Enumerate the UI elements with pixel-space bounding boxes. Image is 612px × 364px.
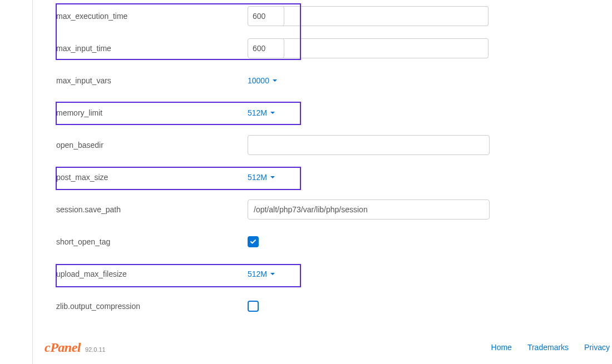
short-open-tag-checkbox[interactable] — [248, 236, 259, 247]
max-execution-time-input[interactable] — [248, 6, 284, 26]
setting-label: post_max_size — [45, 173, 248, 182]
input-extension — [283, 38, 488, 58]
setting-row-zlib-output-compression: zlib.output_compression — [45, 290, 612, 322]
footer-brand-area: cPanel 92.0.11 — [45, 340, 106, 355]
footer-link-privacy[interactable]: Privacy — [584, 343, 610, 352]
caret-down-icon — [273, 79, 277, 82]
setting-row-open-basedir: open_basedir — [45, 129, 612, 161]
caret-down-icon — [270, 176, 275, 178]
setting-label: max_input_vars — [45, 76, 248, 85]
upload-max-filesize-dropdown[interactable]: 512M — [248, 270, 275, 278]
setting-label: upload_max_filesize — [45, 270, 248, 278]
version-text: 92.0.11 — [85, 346, 106, 353]
memory-limit-dropdown[interactable]: 512M — [248, 108, 275, 117]
setting-label: short_open_tag — [45, 237, 248, 246]
zlib-output-compression-checkbox[interactable] — [248, 301, 259, 312]
setting-row-max-input-time: max_input_time — [45, 32, 612, 64]
dropdown-value: 10000 — [248, 76, 269, 85]
dropdown-value: 512M — [248, 270, 267, 278]
setting-row-upload-max-filesize: upload_max_filesize 512M — [45, 258, 612, 290]
setting-row-max-execution-time: max_execution_time — [45, 0, 612, 32]
session-save-path-input[interactable] — [248, 200, 490, 220]
footer-link-trademarks[interactable]: Trademarks — [527, 343, 569, 352]
setting-row-post-max-size: post_max_size 512M — [45, 161, 612, 193]
setting-row-memory-limit: memory_limit 512M — [45, 97, 612, 129]
cpanel-logo: cPanel — [45, 340, 81, 355]
caret-down-icon — [270, 112, 275, 114]
input-extension — [283, 6, 488, 26]
max-input-time-input[interactable] — [248, 38, 284, 58]
footer-link-home[interactable]: Home — [491, 343, 512, 352]
setting-label: open_basedir — [45, 141, 248, 149]
dropdown-value: 512M — [248, 173, 267, 182]
max-input-vars-dropdown[interactable]: 10000 — [248, 76, 277, 85]
setting-label: max_input_time — [45, 44, 248, 53]
open-basedir-input[interactable] — [248, 135, 490, 155]
footer-links: Home Trademarks Privacy — [491, 343, 610, 352]
check-icon — [250, 238, 256, 245]
setting-row-short-open-tag: short_open_tag — [45, 226, 612, 258]
setting-row-max-input-vars: max_input_vars 10000 — [45, 64, 612, 97]
dropdown-value: 512M — [248, 108, 267, 117]
setting-label: zlib.output_compression — [45, 302, 248, 311]
footer: cPanel 92.0.11 Home Trademarks Privacy — [45, 331, 612, 364]
post-max-size-dropdown[interactable]: 512M — [248, 173, 275, 182]
setting-label: memory_limit — [45, 108, 248, 117]
left-divider — [32, 0, 33, 364]
caret-down-icon — [270, 273, 275, 275]
settings-list: max_execution_time max_input_time max_in… — [0, 0, 612, 322]
setting-label: session.save_path — [45, 205, 248, 214]
setting-row-session-save-path: session.save_path — [45, 193, 612, 226]
setting-label: max_execution_time — [45, 12, 248, 21]
